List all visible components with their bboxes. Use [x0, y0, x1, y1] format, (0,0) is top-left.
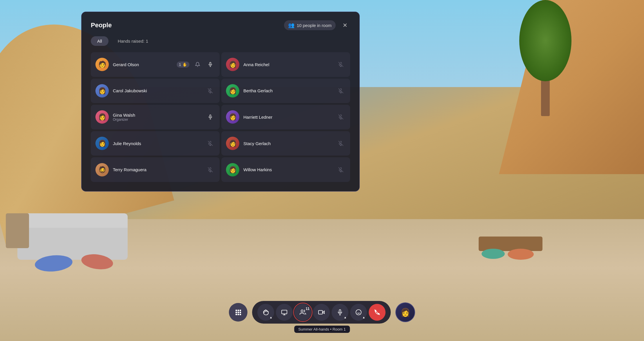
person-row-terry: 🧔 Terry Romaguera — [91, 157, 220, 182]
person-actions-carol — [206, 86, 215, 95]
people-panel: People 👥 10 people in room ✕ All Hands r… — [81, 12, 360, 192]
svg-rect-32 — [240, 310, 241, 311]
person-info-bertha: Bertha Gerlach — [243, 88, 332, 93]
people-count-text: 10 people in room — [297, 23, 332, 28]
avatar-anna-face: 👩 — [229, 61, 237, 68]
person-actions-julie — [206, 139, 215, 148]
avatar-gina-face: 👩 — [98, 113, 106, 121]
self-avatar[interactable]: 👩 — [395, 302, 415, 322]
avatar-gerard: 🧑 — [95, 58, 109, 71]
svg-rect-40 — [282, 310, 287, 314]
person-name-gerard: Gerard Olson — [113, 62, 173, 67]
bg-sofa — [17, 225, 128, 260]
person-actions-terry — [206, 165, 215, 174]
people-count-badge-toolbar: 11 — [306, 307, 310, 311]
mic-off-icon-carol — [206, 86, 215, 95]
people-count-badge: 👥 10 people in room — [284, 20, 336, 30]
svg-rect-12 — [210, 115, 211, 117]
content-button[interactable] — [276, 304, 293, 321]
person-name-gina: Gina Walsh — [113, 113, 202, 118]
avatar-julie: 👩 — [95, 137, 109, 150]
camera-button[interactable] — [313, 304, 330, 321]
person-info-gerard: Gerard Olson — [113, 62, 173, 67]
mic-off-icon-willow — [336, 165, 345, 174]
person-row-stacy: 👩 Stacy Gerlach — [221, 131, 350, 156]
svg-marker-39 — [270, 317, 272, 318]
person-name-anna: Anna Reichel — [243, 62, 332, 67]
toolbar-tooltip: Summer All-hands • Room 1 — [294, 326, 350, 333]
person-info-carol: Carol Jakubowski — [113, 88, 202, 93]
person-actions-gerard: 1 ✋ — [177, 60, 215, 69]
person-row-julie: 👩 Julie Reynolds — [91, 131, 220, 156]
svg-point-43 — [301, 310, 303, 312]
person-name-willow: Willow Harkins — [243, 167, 332, 172]
mic-icon-gerard — [206, 60, 215, 69]
apps-button[interactable] — [229, 303, 247, 322]
notify-icon-gerard — [193, 60, 202, 69]
people-button[interactable]: 11 — [294, 304, 311, 321]
filter-hands-raised-button[interactable]: Hands raised: 1 — [111, 36, 155, 46]
person-actions-gina — [206, 112, 215, 122]
person-info-gina: Gina Walsh Organizer — [113, 113, 202, 122]
avatar-stacy: 👩 — [226, 137, 239, 150]
end-call-button[interactable] — [369, 304, 386, 321]
filters: All Hands raised: 1 — [91, 36, 350, 46]
filter-all-button[interactable]: All — [91, 36, 108, 46]
avatar-harriett: 👩 — [226, 110, 239, 124]
person-name-terry: Terry Romaguera — [113, 167, 202, 172]
person-name-bertha: Bertha Gerlach — [243, 88, 332, 93]
mic-off-icon-stacy — [336, 139, 345, 148]
avatar-gina: 👩 — [95, 110, 109, 124]
toolbar-main: 11 — [252, 301, 391, 324]
toolbar: 11 — [229, 301, 415, 324]
avatar-bertha-face: 👩 — [229, 87, 237, 95]
avatar-harriett-face: 👩 — [229, 113, 237, 121]
person-row-anna: 👩 Anna Reichel — [221, 52, 350, 77]
panel-title: People — [91, 21, 112, 29]
person-actions-stacy — [336, 139, 345, 148]
svg-marker-52 — [363, 317, 365, 318]
mic-off-icon-anna — [336, 60, 345, 69]
person-info-anna: Anna Reichel — [243, 62, 332, 67]
hand-emoji-gerard: ✋ — [182, 62, 187, 67]
avatar-carol-face: 👩 — [98, 87, 106, 95]
person-info-harriett: Harriett Ledner — [243, 115, 332, 120]
panel-header-right: 👥 10 people in room ✕ — [284, 20, 350, 30]
person-actions-anna — [336, 60, 345, 69]
person-info-willow: Willow Harkins — [243, 167, 332, 172]
close-button[interactable]: ✕ — [340, 20, 350, 30]
avatar-julie-face: 👩 — [98, 140, 106, 147]
svg-rect-33 — [236, 312, 237, 313]
person-info-terry: Terry Romaguera — [113, 167, 202, 172]
svg-rect-45 — [339, 310, 341, 313]
person-name-julie: Julie Reynolds — [113, 141, 202, 146]
microphone-button[interactable] — [332, 304, 348, 321]
person-row-gina: 👩 Gina Walsh Organizer — [91, 105, 220, 129]
svg-rect-36 — [236, 314, 237, 315]
avatar-gerard-face: 🧑 — [98, 61, 106, 68]
svg-rect-0 — [210, 62, 211, 65]
person-row-bertha: 👩 Bertha Gerlach — [221, 79, 350, 103]
svg-rect-44 — [319, 311, 323, 314]
svg-rect-34 — [238, 312, 239, 313]
svg-point-49 — [356, 310, 361, 315]
person-row-willow: 👩 Willow Harkins — [221, 157, 350, 182]
person-row-carol: 👩 Carol Jakubowski — [91, 79, 220, 103]
avatar-willow-face: 👩 — [229, 166, 237, 174]
raise-hand-button[interactable] — [257, 304, 274, 321]
svg-rect-35 — [240, 312, 241, 313]
person-row-harriett: 👩 Harriett Ledner — [221, 105, 350, 129]
avatar-carol: 👩 — [95, 84, 109, 98]
people-grid: 🧑 Gerard Olson 1 ✋ — [91, 52, 350, 182]
avatar-anna: 👩 — [226, 58, 239, 71]
person-name-stacy: Stacy Gerlach — [243, 141, 332, 146]
bg-table — [6, 213, 29, 248]
reactions-button[interactable] — [350, 304, 367, 321]
person-actions-harriett — [336, 112, 345, 122]
svg-rect-31 — [238, 310, 239, 311]
avatar-willow: 👩 — [226, 163, 239, 176]
avatar-stacy-face: 👩 — [229, 140, 237, 147]
avatar-terry-face: 🧔 — [98, 166, 106, 174]
svg-rect-37 — [238, 314, 239, 315]
bg-tree — [516, 0, 574, 116]
